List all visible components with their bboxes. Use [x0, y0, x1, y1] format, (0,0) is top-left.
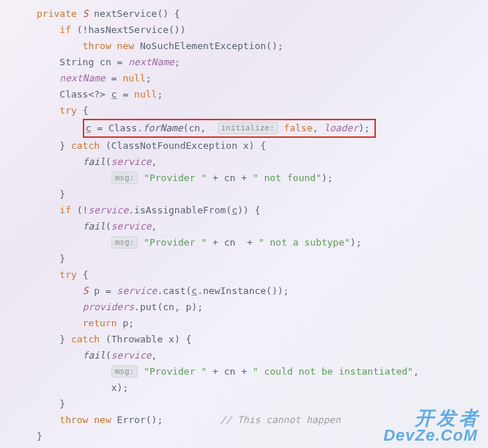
comment: // This cannot happen	[221, 414, 341, 425]
watermark-cn: 开发者	[415, 410, 481, 426]
code-line: return p;	[37, 315, 488, 331]
code-line: throw new NoSuchElementException();	[37, 38, 488, 54]
code-line: msg: "Provider " + cn + " could not be i…	[37, 364, 488, 380]
code-line: } catch (Throwable x) {	[37, 331, 488, 348]
code-line: }	[37, 251, 488, 267]
code-line-highlighted: c = Class.forName(cn, initialize: false,…	[37, 119, 488, 138]
param-hint: msg:	[111, 365, 138, 378]
param-hint: initialize:	[218, 122, 278, 134]
code-line: if (!hasNextService())	[37, 22, 488, 38]
code-line: private S nextService() {	[37, 6, 488, 22]
code-line: msg: "Provider " + cn + " not a subtype"…	[37, 235, 488, 251]
kw-private: private	[37, 8, 77, 19]
code-line: fail(service,	[37, 219, 488, 235]
code-line: try {	[37, 103, 488, 119]
code-line: } catch (ClassNotFoundException x) {	[37, 138, 488, 154]
method-name: nextService	[94, 8, 157, 19]
code-line: fail(service,	[37, 154, 488, 170]
code-block: private S nextService() { if (!hasNextSe…	[37, 6, 488, 444]
code-line: nextName = null;	[37, 70, 488, 87]
code-line: if (!service.isAssignableFrom(c)) {	[37, 202, 488, 219]
code-line: Class<?> c = null;	[37, 87, 488, 103]
watermark-en: DevZe.CoM	[383, 427, 478, 444]
param-hint: msg:	[111, 236, 138, 249]
code-line: S p = service.cast(c.newInstance());	[37, 283, 488, 299]
code-line: fail(service,	[37, 348, 488, 364]
code-line: x);	[37, 380, 488, 396]
return-type: S	[83, 8, 89, 19]
code-line: try {	[37, 267, 488, 283]
code-line: }	[37, 186, 488, 202]
code-line: String cn = nextName;	[37, 54, 488, 70]
param-hint: msg:	[111, 172, 138, 184]
code-line: msg: "Provider " + cn + " not found");	[37, 170, 488, 186]
highlight-box: c = Class.forName(cn, initialize: false,…	[83, 119, 376, 138]
code-line: providers.put(cn, p);	[37, 299, 488, 315]
